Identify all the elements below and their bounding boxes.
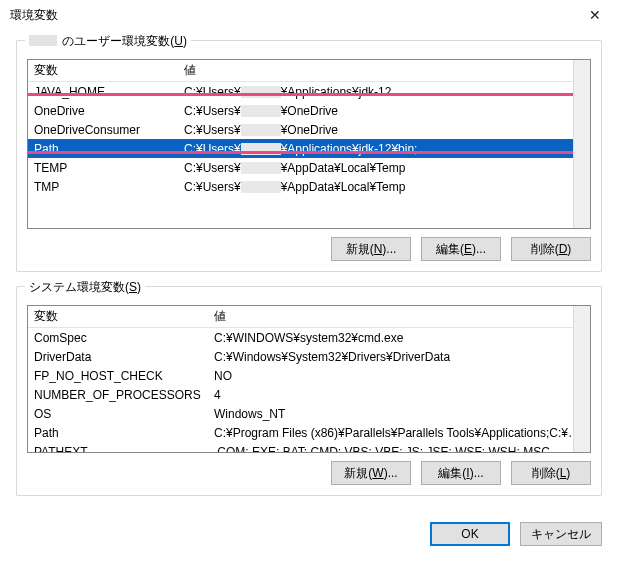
window-title: 環境変数 [10,7,58,24]
user-new-button[interactable]: 新規(N)... [331,237,411,261]
table-row[interactable]: FP_NO_HOST_CHECKNO [28,366,590,385]
username-redacted [29,35,57,46]
col-header-value[interactable]: 値 [178,62,590,79]
system-new-button[interactable]: 新規(W)... [331,461,411,485]
table-row[interactable]: PathC:¥Users¥¥Applications¥jdk-12¥bin;… [28,139,590,158]
user-vars-group: のユーザー環境変数(U) 変数 値 JAVA_HOMEC:¥Users¥¥App… [16,40,602,272]
table-row[interactable]: OneDriveConsumerC:¥Users¥¥OneDrive [28,120,590,139]
table-row[interactable]: JAVA_HOMEC:¥Users¥¥Applications¥jdk-12 [28,82,590,101]
table-row[interactable]: ComSpecC:¥WINDOWS¥system32¥cmd.exe [28,328,590,347]
cell-value: C:¥Users¥¥Applications¥jdk-12 [178,85,590,99]
value-redacted [241,143,281,155]
col-header-name[interactable]: 変数 [28,308,208,325]
cell-value: 4 [208,388,590,402]
titlebar: 環境変数 ✕ [0,0,618,30]
cell-name: FP_NO_HOST_CHECK [28,369,208,383]
system-vars-header[interactable]: 変数 値 [28,306,590,328]
cell-value: C:¥Users¥¥AppData¥Local¥Temp [178,161,590,175]
cancel-button[interactable]: キャンセル [520,522,602,546]
cell-name: OS [28,407,208,421]
value-redacted [241,86,281,98]
table-row[interactable]: TEMPC:¥Users¥¥AppData¥Local¥Temp [28,158,590,177]
cell-name: ComSpec [28,331,208,345]
dialog-buttons: OK キャンセル [0,522,618,560]
value-redacted [241,124,281,136]
table-row[interactable]: OSWindows_NT [28,404,590,423]
user-vars-legend: のユーザー環境変数(U) [25,33,191,50]
system-delete-button[interactable]: 削除(L) [511,461,591,485]
table-row[interactable]: NUMBER_OF_PROCESSORS4 [28,385,590,404]
cell-value: C:¥Users¥¥AppData¥Local¥Temp [178,180,590,194]
user-delete-button[interactable]: 削除(D) [511,237,591,261]
user-vars-header[interactable]: 変数 値 [28,60,590,82]
ok-button[interactable]: OK [430,522,510,546]
cell-name: JAVA_HOME [28,85,178,99]
system-vars-group: システム環境変数(S) 変数 値 ComSpecC:¥WINDOWS¥syste… [16,286,602,496]
cell-value: NO [208,369,590,383]
table-row[interactable]: OneDriveC:¥Users¥¥OneDrive [28,101,590,120]
user-vars-buttons: 新規(N)... 編集(E)... 削除(D) [27,237,591,261]
cell-value: Windows_NT [208,407,590,421]
cell-name: TMP [28,180,178,194]
cell-name: OneDrive [28,104,178,118]
cell-value: C:¥Users¥¥Applications¥jdk-12¥bin;… [178,142,590,156]
value-redacted [241,181,281,193]
system-vars-buttons: 新規(W)... 編集(I)... 削除(L) [27,461,591,485]
value-redacted [241,105,281,117]
cell-name: OneDriveConsumer [28,123,178,137]
cell-value: C:¥Windows¥System32¥Drivers¥DriverData [208,350,590,364]
system-vars-legend: システム環境変数(S) [25,279,145,296]
col-header-value[interactable]: 値 [208,308,590,325]
cell-value: C:¥Users¥¥OneDrive [178,123,590,137]
col-header-name[interactable]: 変数 [28,62,178,79]
cell-value: C:¥Users¥¥OneDrive [178,104,590,118]
scrollbar[interactable] [573,306,590,452]
cell-name: Path [28,426,208,440]
cell-value: C:¥Program Files (x86)¥Parallels¥Paralle… [208,426,590,440]
system-vars-list[interactable]: 変数 値 ComSpecC:¥WINDOWS¥system32¥cmd.exeD… [27,305,591,453]
cell-name: DriverData [28,350,208,364]
cell-name: PATHEXT [28,445,208,453]
cell-name: Path [28,142,178,156]
cell-value: C:¥WINDOWS¥system32¥cmd.exe [208,331,590,345]
user-edit-button[interactable]: 編集(E)... [421,237,501,261]
scrollbar[interactable] [573,60,590,228]
table-row[interactable]: DriverDataC:¥Windows¥System32¥Drivers¥Dr… [28,347,590,366]
system-edit-button[interactable]: 編集(I)... [421,461,501,485]
user-vars-list[interactable]: 変数 値 JAVA_HOMEC:¥Users¥¥Applications¥jdk… [27,59,591,229]
table-row[interactable]: PATHEXT.COM;.EXE;.BAT;.CMD;.VBS;.VBE;.JS… [28,442,590,452]
table-row[interactable]: TMPC:¥Users¥¥AppData¥Local¥Temp [28,177,590,196]
cell-name: NUMBER_OF_PROCESSORS [28,388,208,402]
table-row[interactable]: PathC:¥Program Files (x86)¥Parallels¥Par… [28,423,590,442]
close-icon[interactable]: ✕ [580,7,610,23]
value-redacted [241,162,281,174]
dialog-content: のユーザー環境変数(U) 変数 値 JAVA_HOMEC:¥Users¥¥App… [0,30,618,522]
cell-value: .COM;.EXE;.BAT;.CMD;.VBS;.VBE;.JS;.JSE;.… [208,445,590,453]
cell-name: TEMP [28,161,178,175]
